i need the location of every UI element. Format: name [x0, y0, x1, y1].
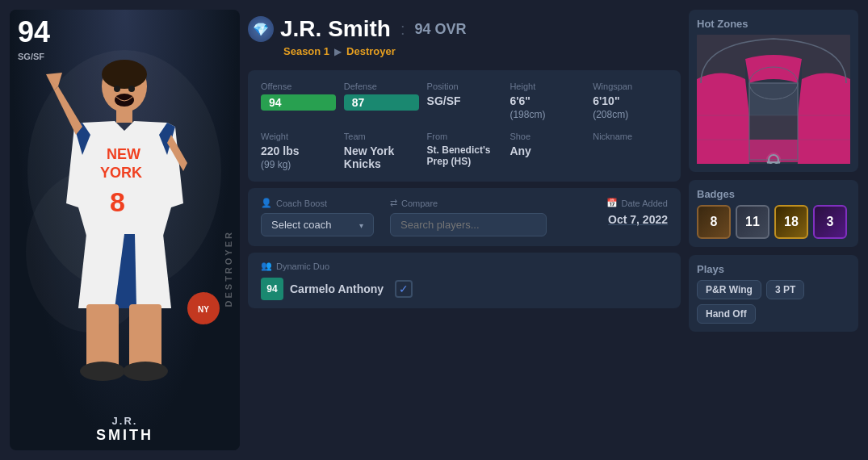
plays-row: P&R Wing 3 PT Hand Off: [697, 280, 850, 324]
breadcrumb-season[interactable]: Season 1: [283, 45, 329, 57]
svg-point-11: [123, 362, 168, 381]
svg-point-3: [102, 60, 147, 89]
compare-icon: ⇄: [390, 198, 397, 208]
svg-text:NY: NY: [198, 305, 209, 314]
stats-panel: 💎 J.R. Smith : 94 OVR Season 1 ▶ Destroy…: [248, 10, 681, 450]
shoe-value: Any: [509, 144, 585, 157]
badge-silver: 11: [736, 205, 769, 239]
coach-icon: 👤: [261, 198, 272, 208]
date-added-section: 📅 Date Added Oct 7, 2022: [606, 198, 669, 226]
dynamic-duo-section: 👥 Dynamic Duo 94 Carmelo Anthony ✓: [248, 253, 681, 308]
select-coach-text: Select coach: [271, 219, 331, 231]
date-added-value: Oct 7, 2022: [606, 213, 669, 226]
hot-zones-title: Hot Zones: [697, 18, 850, 30]
svg-point-12: [115, 94, 134, 107]
from-label: From: [427, 132, 502, 141]
svg-rect-4: [116, 107, 132, 123]
plays-title: Plays: [697, 263, 850, 275]
compare-label: ⇄ Compare: [390, 198, 547, 208]
stat-defense: Defense 87: [344, 82, 419, 120]
svg-rect-22: [749, 115, 774, 140]
hot-zones-court: [697, 35, 850, 164]
breadcrumb-destroyer[interactable]: Destroyer: [346, 45, 396, 57]
main-container: 94 SG/SF NEW: [0, 0, 868, 460]
group-icon: 👥: [261, 261, 272, 271]
svg-text:NEW: NEW: [107, 146, 140, 162]
hot-zones-svg: [697, 35, 850, 164]
height-label: Height: [509, 82, 585, 91]
duo-name: Carmelo Anthony: [290, 282, 384, 295]
offense-label: Offense: [261, 82, 336, 91]
height-value: 6'6" (198cm): [509, 94, 585, 120]
player-name: J.R. Smith: [280, 16, 391, 42]
svg-point-14: [128, 86, 135, 92]
badges-container: Badges 8 11 18 3: [689, 180, 858, 247]
compare-section: ⇄ Compare: [390, 198, 547, 236]
plays-container: Plays P&R Wing 3 PT Hand Off: [689, 255, 858, 332]
svg-point-13: [114, 86, 120, 92]
svg-text:8: 8: [110, 186, 125, 217]
badges-row: 8 11 18 3: [697, 205, 850, 239]
svg-rect-23: [774, 115, 798, 140]
player-icon: 💎: [248, 16, 274, 42]
chevron-down-icon: [359, 219, 363, 231]
stat-height: Height 6'6" (198cm): [509, 82, 585, 120]
badge-bronze: 8: [697, 205, 731, 239]
card-position: SG/SF: [18, 52, 44, 61]
shoe-label: Shoe: [509, 132, 585, 141]
select-coach-button[interactable]: Select coach: [261, 213, 374, 236]
nickname-label: Nickname: [593, 132, 668, 141]
coach-boost-label: 👤 Coach Boost: [261, 198, 374, 208]
stat-from: From St. Benedict's Prep (HS): [427, 132, 502, 170]
duo-check[interactable]: ✓: [395, 280, 413, 298]
date-added-label: 📅 Date Added: [606, 198, 669, 208]
offense-value: 94: [261, 94, 336, 111]
card-first-name: J.R.: [10, 415, 240, 427]
position-value: SG/SF: [427, 94, 502, 107]
svg-rect-9: [129, 304, 161, 369]
stat-shoe: Shoe Any: [509, 132, 585, 170]
svg-rect-24: [749, 140, 798, 162]
play-pr-wing: P&R Wing: [697, 280, 761, 299]
ovr-badge: 94 OVR: [414, 21, 466, 38]
svg-rect-8: [86, 304, 119, 369]
weight-value: 220 lbs (99 kg): [261, 144, 336, 170]
coach-boost-section: 👤 Coach Boost Select coach: [261, 198, 374, 236]
svg-point-10: [80, 362, 125, 381]
team-value: New York Knicks: [344, 144, 419, 170]
wingspan-label: Wingspan: [593, 82, 668, 91]
dynamic-duo-label: 👥 Dynamic Duo: [261, 261, 668, 271]
right-panel: Hot Zones: [689, 10, 858, 450]
player-card: 94 SG/SF NEW: [10, 10, 240, 450]
badge-purple: 3: [813, 205, 847, 239]
stats-grid: Offense 94 Defense 87 Position SG/SF Hei…: [248, 70, 681, 182]
card-last-name: SMITH: [10, 427, 240, 444]
breadcrumb-arrow: ▶: [334, 46, 342, 57]
calendar-icon: 📅: [606, 198, 618, 208]
hot-zones-container: Hot Zones: [689, 10, 858, 172]
svg-text:YORK: YORK: [100, 165, 142, 181]
player-header: 💎 J.R. Smith : 94 OVR Season 1 ▶ Destroy…: [248, 10, 681, 64]
badges-title: Badges: [697, 188, 850, 200]
card-art: NEW YORK 8: [10, 10, 240, 450]
stat-offense: Offense 94: [261, 82, 336, 120]
play-3pt: 3 PT: [766, 280, 804, 299]
card-rating: 94: [18, 18, 50, 47]
card-destroyer-text: DESTROYER: [224, 230, 233, 307]
stat-wingspan: Wingspan 6'10" (208cm): [593, 82, 668, 120]
defense-value: 87: [344, 94, 419, 111]
from-value: St. Benedict's Prep (HS): [427, 144, 502, 167]
team-label: Team: [344, 132, 419, 141]
defense-label: Defense: [344, 82, 419, 91]
stat-position: Position SG/SF: [427, 82, 502, 120]
wingspan-value: 6'10" (208cm): [593, 94, 668, 120]
card-name-bottom: J.R. SMITH: [10, 415, 240, 444]
badge-gold: 18: [774, 205, 808, 239]
search-players-input[interactable]: [390, 213, 547, 236]
actions-row: 👤 Coach Boost Select coach ⇄ Compare 📅: [248, 188, 681, 246]
duo-player: 94 Carmelo Anthony ✓: [261, 278, 668, 300]
position-label: Position: [427, 82, 502, 91]
breadcrumb: Season 1 ▶ Destroyer: [283, 45, 467, 57]
player-svg: NEW YORK 8: [10, 10, 240, 450]
stat-team: Team New York Knicks: [344, 132, 419, 170]
